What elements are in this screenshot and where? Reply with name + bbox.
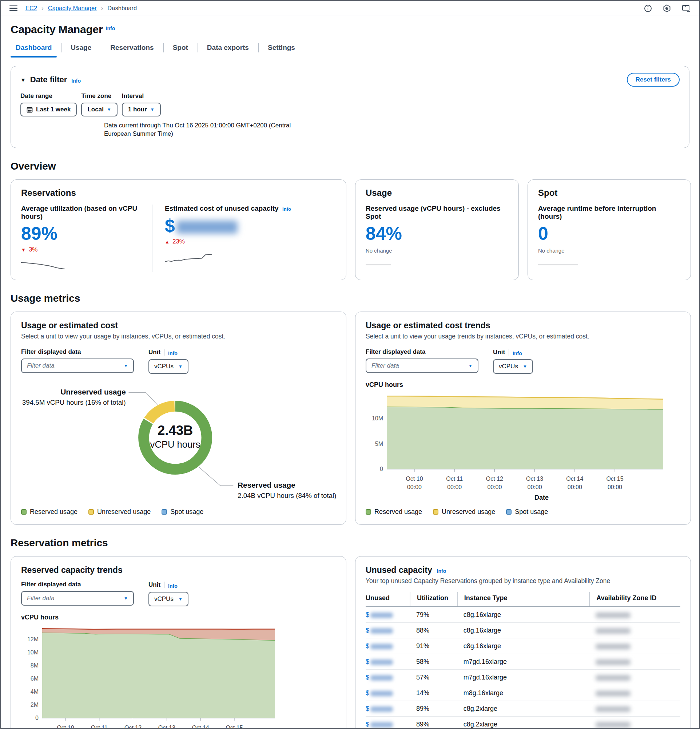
chevron-down-icon: ▼ (178, 597, 183, 602)
filter-data-select[interactable]: Filter data ▼ (366, 359, 478, 373)
tab-spot[interactable]: Spot (163, 41, 197, 57)
unused-cost-link[interactable]: $ (366, 689, 369, 697)
breadcrumb-capacity-manager-link[interactable]: Capacity Manager (48, 5, 97, 12)
table-row: $ 14% m8g.16xlarge (366, 685, 680, 701)
y-axis-title: vCPU hours (366, 381, 680, 389)
tab-reservations[interactable]: Reservations (101, 41, 163, 57)
legend-item[interactable]: Unreserved usage (433, 508, 495, 516)
reset-filters-button[interactable]: Reset filters (627, 73, 680, 87)
svg-text:10M: 10M (27, 650, 39, 656)
unused-cost-cell: $ (366, 658, 410, 666)
svg-text:0: 0 (380, 466, 383, 472)
redacted-az (596, 644, 630, 649)
unit-info-link[interactable]: Info (513, 350, 522, 356)
estimated-cost-value: $ (165, 216, 291, 235)
az-id-cell (589, 658, 680, 666)
menu-icon[interactable] (9, 6, 17, 11)
redacted-az (596, 675, 630, 681)
unused-capacity-panel: Unused capacity Info Your top unused Cap… (355, 556, 691, 729)
legend-item[interactable]: Spot usage (506, 508, 548, 516)
table-header: Unused Utilization Instance Type Availab… (366, 592, 680, 607)
filter-control: Filter displayed data Filter data ▼ (366, 348, 478, 374)
date-range-field: Date range Last 1 week (20, 93, 77, 116)
unused-cost-cell: $ (366, 611, 410, 619)
unit-select[interactable]: vCPUs ▼ (493, 359, 533, 374)
unused-cost-link[interactable]: $ (366, 705, 369, 712)
feedback-panel-icon[interactable] (682, 4, 691, 12)
triangle-up-icon: ▲ (165, 239, 170, 245)
estimated-cost-metric: Estimated cost of unused capacity Info $… (165, 205, 291, 272)
unused-cost-cell: $ (366, 689, 410, 697)
tab-dashboard[interactable]: Dashboard (10, 41, 61, 57)
svg-text:00:00: 00:00 (528, 484, 542, 490)
utilization-cell: 58% (410, 658, 457, 666)
filter-data-select[interactable]: Filter data ▼ (21, 359, 134, 373)
legend-item[interactable]: Reserved usage (366, 508, 422, 516)
redacted-value (370, 691, 393, 696)
filter-control: Filter displayed data Filter data ▼ (21, 348, 134, 374)
reservations-card-title: Reservations (21, 188, 336, 198)
svg-text:Oct 15: Oct 15 (226, 725, 243, 729)
page-title-info-link[interactable]: Info (106, 25, 115, 31)
filter-data-select[interactable]: Filter data ▼ (21, 591, 134, 606)
unit-select[interactable]: vCPUs ▼ (148, 359, 188, 374)
legend-marker (506, 509, 512, 515)
svg-text:Oct 13: Oct 13 (158, 725, 175, 729)
column-header-instance-type[interactable]: Instance Type (457, 592, 589, 606)
unused-cost-link[interactable]: $ (366, 611, 369, 619)
usage-trends-panel: Usage or estimated cost trends Select a … (355, 312, 691, 525)
time-zone-dropdown[interactable]: Local ▼ (81, 103, 117, 116)
unit-info-link[interactable]: Info (168, 350, 178, 356)
utilization-cell: 91% (410, 642, 457, 650)
unused-cost-link[interactable]: $ (366, 627, 369, 634)
utilization-cell: 79% (410, 611, 457, 619)
svg-text:Oct 12: Oct 12 (125, 725, 142, 729)
legend-marker (88, 509, 94, 515)
unused-cost-cell: $ (366, 705, 410, 713)
breadcrumb-ec2-link[interactable]: EC2 (26, 5, 37, 12)
column-header-az-id[interactable]: Availability Zone ID (589, 592, 680, 606)
estimated-cost-info-link[interactable]: Info (282, 206, 291, 212)
legend-item[interactable]: Reserved usage (21, 508, 77, 516)
donut-center-label: vCPU hours (150, 440, 200, 450)
info-icon[interactable] (644, 4, 652, 12)
az-id-cell (589, 674, 680, 681)
unit-info-link[interactable]: Info (168, 583, 178, 589)
chevron-right-icon: › (101, 5, 103, 12)
utilization-cell: 14% (410, 689, 457, 697)
donut-reserved-label: Reserved usage (238, 481, 296, 489)
svg-text:8M: 8M (30, 662, 39, 669)
date-filter-info-link[interactable]: Info (71, 78, 81, 84)
avg-utilization-value: 89% (21, 224, 141, 244)
settings-icon[interactable] (663, 4, 671, 12)
interval-dropdown[interactable]: 1 hour ▼ (122, 103, 161, 116)
utilization-cell: 57% (410, 674, 457, 681)
tab-usage[interactable]: Usage (61, 41, 101, 57)
unused-cost-link[interactable]: $ (366, 642, 369, 650)
collapse-caret-icon[interactable]: ▼ (20, 77, 26, 83)
az-id-cell (589, 720, 680, 728)
legend-item[interactable]: Spot usage (162, 508, 203, 516)
tab-data-exports[interactable]: Data exports (197, 41, 258, 57)
interval-label: Interval (122, 93, 161, 100)
svg-text:Oct 13: Oct 13 (526, 476, 543, 482)
table-row: $ 57% m7gd.16xlarge (366, 669, 680, 685)
column-header-utilization[interactable]: Utilization (410, 592, 457, 606)
unused-capacity-info-link[interactable]: Info (437, 568, 446, 574)
unused-cost-link[interactable]: $ (366, 658, 369, 665)
redacted-value (370, 722, 393, 728)
unit-select[interactable]: vCPUs ▼ (148, 592, 188, 606)
column-header-unused[interactable]: Unused (366, 592, 410, 606)
svg-text:6M: 6M (30, 675, 39, 682)
unused-cost-cell: $ (366, 642, 410, 650)
calendar-icon (26, 107, 33, 113)
tab-settings[interactable]: Settings (258, 41, 304, 57)
usage-trends-chart: 05M10MOct 1000:00Oct 1100:00Oct 1200:00O… (366, 390, 669, 502)
unused-cost-link[interactable]: $ (366, 674, 369, 681)
legend-marker (433, 509, 438, 515)
reserved-capacity-chart: 02M4M6M8M10M12MOct 1000:00Oct 1100:00Oct… (21, 623, 281, 729)
instance-type-cell: m8g.16xlarge (457, 689, 589, 697)
date-range-button[interactable]: Last 1 week (20, 103, 77, 116)
legend-item[interactable]: Unreserved usage (88, 508, 151, 516)
unused-cost-link[interactable]: $ (366, 720, 369, 728)
